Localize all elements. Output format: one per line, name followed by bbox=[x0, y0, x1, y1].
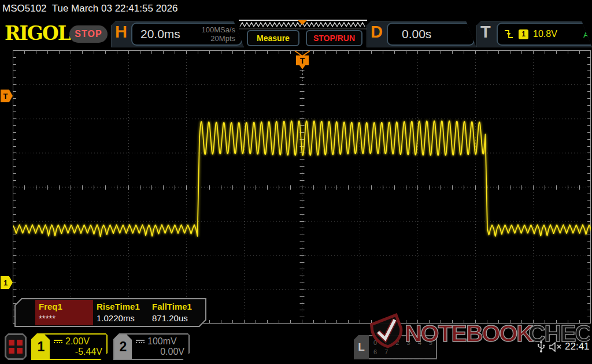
oscilloscope-screen: MSO5102 Tue March 03 22:41:55 2026 RIGOL… bbox=[0, 0, 592, 364]
run-state-indicator: STOP bbox=[69, 25, 108, 43]
channel2-tab[interactable]: 2 bbox=[114, 335, 132, 359]
channel1-values: 2.00V -5.44V bbox=[50, 335, 106, 359]
channel2-values: 100mV 0.00V bbox=[132, 335, 188, 359]
titlebar: MSO5102 Tue March 03 22:41:55 2026 bbox=[2, 3, 177, 14]
measurement-name: RiseTime1 bbox=[97, 302, 151, 311]
measurement-panel[interactable]: Freq1 ***** RiseTime1 1.0220ms FallTime1… bbox=[14, 298, 206, 327]
measurement-value: 871.20us bbox=[152, 313, 207, 323]
timebase-value: 20.0ms bbox=[140, 27, 180, 41]
sample-rate: 100MSa/s bbox=[201, 25, 235, 34]
measurement-name: FallTime1 bbox=[152, 302, 207, 311]
rigol-logo: RIGOL bbox=[5, 22, 70, 44]
measurement-item-freq1[interactable]: Freq1 ***** bbox=[39, 302, 94, 323]
memory-trigger-position-icon[interactable] bbox=[298, 20, 307, 25]
channel2-widget[interactable]: 2 100mV 0.00V bbox=[113, 333, 190, 360]
trigger-source-badge: 1 bbox=[519, 29, 528, 39]
channel2-scale: 100mV bbox=[147, 336, 177, 347]
trigger-box[interactable]: 1 10.8V A bbox=[497, 23, 592, 46]
measure-button[interactable]: Measure bbox=[247, 30, 299, 46]
logic-tab[interactable]: L bbox=[354, 335, 369, 359]
falling-edge-icon bbox=[504, 28, 514, 40]
datetime-value: Tue March 03 22:41:55 2026 bbox=[52, 3, 178, 14]
waveform-display bbox=[13, 50, 591, 324]
trigger-position-label: T bbox=[300, 56, 305, 65]
trigger-settings-button[interactable]: T 1 10.8V A bbox=[476, 21, 592, 47]
channel2-offset: 0.00V bbox=[136, 347, 184, 357]
channel1-scale: 2.00V bbox=[65, 336, 90, 347]
trigger-mode-indicator: A bbox=[583, 29, 592, 39]
grid-icon bbox=[6, 335, 25, 358]
trigger-label: T bbox=[480, 23, 491, 42]
trigger-level-value: 10.8V bbox=[533, 29, 557, 39]
acquisition-info: 100MSa/s 20Mpts bbox=[201, 25, 241, 43]
logic-channels-widget[interactable]: L 0 1 2 3 4 5 6 7 8 9 10 11 12 13 14 15 bbox=[354, 335, 437, 359]
channel1-widget[interactable]: 1 2.00V -5.44V bbox=[31, 333, 108, 360]
measurement-item-risetime1[interactable]: RiseTime1 1.0220ms bbox=[97, 302, 151, 323]
measurement-value: 1.0220ms bbox=[97, 313, 151, 323]
memory-position-bar[interactable] bbox=[239, 20, 367, 29]
trigger-position-notch bbox=[295, 51, 310, 56]
measurement-value: ***** bbox=[39, 313, 94, 323]
delay-box[interactable]: 0.00s bbox=[387, 23, 475, 46]
channel1-offset: -5.44V bbox=[54, 347, 102, 357]
memory-depth: 20Mpts bbox=[210, 34, 235, 43]
trigger-level-marker[interactable]: T bbox=[1, 90, 13, 102]
measurement-name: Freq1 bbox=[39, 302, 94, 311]
memory-bar-bottom-line bbox=[239, 29, 367, 29]
usb-icon bbox=[536, 340, 546, 353]
quick-menu-button[interactable] bbox=[5, 333, 27, 360]
speaker-muted-icon[interactable] bbox=[549, 342, 563, 352]
horizontal-settings-button[interactable]: H 20.0ms 100MSa/s 20Mpts bbox=[111, 21, 244, 47]
logic-channel-list: 0 1 2 3 4 5 6 7 8 9 10 11 12 13 14 15 bbox=[369, 335, 437, 359]
timebase-box[interactable]: 20.0ms 100MSa/s 20Mpts bbox=[131, 23, 242, 46]
ch1-offset-marker[interactable]: 1 bbox=[1, 276, 13, 289]
logic-channels-0-7: 0 1 2 3 4 5 6 7 bbox=[373, 338, 436, 356]
delay-settings-button[interactable]: D 0.00s bbox=[367, 21, 476, 47]
channel1-tab[interactable]: 1 bbox=[32, 335, 50, 359]
dc-coupling-icon bbox=[136, 340, 145, 343]
measurement-panel-body: Freq1 ***** RiseTime1 1.0220ms FallTime1… bbox=[16, 299, 205, 326]
logic-channels-8-15: 8 9 10 11 12 13 14 15 bbox=[373, 356, 436, 364]
horizontal-label: H bbox=[115, 23, 127, 42]
delay-label: D bbox=[371, 23, 383, 42]
stop-run-button[interactable]: STOP/RUN bbox=[306, 30, 362, 46]
dc-coupling-icon bbox=[54, 340, 62, 343]
trigger-position-arrow bbox=[299, 65, 305, 69]
measurement-item-falltime1[interactable]: FallTime1 871.20us bbox=[152, 302, 207, 323]
clock: 22:41 bbox=[565, 341, 590, 352]
model-name: MSO5102 bbox=[2, 3, 47, 14]
datetime-text bbox=[47, 3, 52, 14]
trigger-position-marker[interactable]: T bbox=[294, 50, 311, 81]
delay-value: 0.00s bbox=[402, 27, 431, 41]
